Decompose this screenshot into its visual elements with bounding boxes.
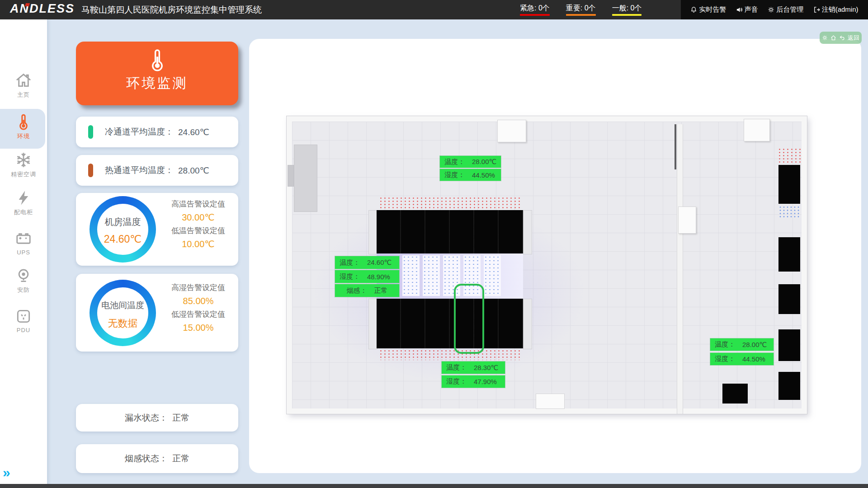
alarm-critical[interactable]: 紧急: 0个 (520, 4, 550, 16)
home-icon (15, 72, 32, 89)
bell-icon (690, 6, 697, 13)
battery-room-gauge-ring: 电池间温度 无数据 (90, 280, 156, 346)
lightning-icon (15, 189, 32, 206)
rack-front-panel (484, 255, 501, 296)
screen: ANDLESS 马鞍山第四人民医院机房环境监控集中管理系统 紧急: 0个 重要:… (0, 0, 868, 488)
rack-row-top (377, 210, 523, 253)
environment-monitor-card: 环境监测 (76, 42, 238, 105)
smoke-status-value: 正常 (172, 453, 189, 465)
camera-icon (15, 267, 32, 284)
rack-endcap (368, 299, 377, 349)
hot-air-particles-top (379, 197, 522, 209)
wall-fixture (288, 165, 294, 187)
battery-icon (15, 230, 32, 247)
wall-rack (778, 165, 800, 204)
rack-row-bottom (377, 299, 523, 348)
sidebar-item-pdu[interactable]: PDU (0, 308, 47, 333)
speaker-icon (736, 6, 743, 13)
socket-icon (15, 308, 32, 325)
battery-room-limits: 高湿告警设定值 85.00% 低湿告警设定值 15.00% (163, 281, 234, 334)
room-temperature-gauge-value: 24.60℃ (90, 233, 156, 245)
sensor-label-top: 温度：28.00℃ 湿度：44.50% (440, 156, 501, 182)
ceiling-unit-1 (497, 120, 526, 142)
sound-button[interactable]: 声音 (736, 5, 758, 14)
wall-rack (778, 284, 800, 314)
room-temperature-gauge-card: 机房温度 24.60℃ 高温告警设定值 30.00℃ 低温告警设定值 10.00… (76, 193, 238, 266)
smoke-status-card: 烟感状态： 正常 (76, 444, 238, 473)
rack-endcap (368, 210, 377, 254)
floor-cabinet (722, 384, 748, 404)
water-leak-status-card: 漏水状态： 正常 (76, 404, 238, 432)
alarm-minor[interactable]: 一般: 0个 (612, 4, 642, 16)
gear-icon (768, 6, 774, 13)
alarm-major-underline (566, 14, 596, 16)
cold-aisle-label: 冷通道平均温度： (105, 126, 174, 138)
battery-room-gauge-card: 电池间温度 无数据 高湿告警设定值 85.00% 低湿告警设定值 15.00% (76, 274, 238, 352)
brand-logo: ANDLESS (10, 2, 75, 16)
alarm-major[interactable]: 重要: 0个 (566, 4, 596, 16)
partition-pole (675, 124, 676, 169)
environment-monitor-title: 环境监测 (76, 74, 238, 93)
high-humidity-limit-value: 85.00% (163, 294, 234, 308)
low-humidity-limit-label: 低湿告警设定值 (163, 308, 234, 321)
top-bar: ANDLESS 马鞍山第四人民医院机房环境监控集中管理系统 紧急: 0个 重要:… (0, 0, 868, 19)
alarm-critical-count: 0个 (538, 4, 550, 12)
high-humidity-limit-label: 高湿告警设定值 (163, 281, 234, 294)
rack-endcap (523, 210, 532, 254)
battery-room-gauge-value: 无数据 (90, 317, 156, 330)
sidebar-item-environment[interactable]: 环境 (0, 113, 47, 141)
wall-rack (778, 237, 800, 272)
alarm-critical-label: 紧急: (520, 4, 536, 12)
brand-logo-text: ANDLESS (10, 2, 75, 15)
map-back-arrow-icon[interactable] (839, 35, 845, 41)
map-home-icon[interactable] (830, 35, 836, 41)
sensor-label-left: 温度：24.60℃ 湿度：48.90% 烟感：正常 (335, 256, 399, 298)
wall-rack (778, 329, 800, 361)
bottom-scroll-strip[interactable] (0, 484, 868, 488)
sidebar-item-security[interactable]: 安防 (0, 267, 47, 294)
ceiling-unit-2 (744, 119, 770, 141)
map-back-button[interactable]: 返回 (848, 34, 859, 42)
alarm-critical-underline (520, 14, 550, 16)
water-leak-value: 正常 (172, 412, 189, 424)
page-title: 马鞍山第四人民医院机房环境监控集中管理系统 (81, 0, 262, 19)
cold-aisle-value: 24.60℃ (178, 127, 209, 137)
wall-cabinet (678, 206, 696, 234)
map-settings-gear-icon[interactable] (822, 35, 828, 41)
room-temperature-limits: 高温告警设定值 30.00℃ 低温告警设定值 10.00℃ (163, 197, 234, 251)
rack-front-panel (423, 255, 440, 296)
hot-aisle-value: 28.00℃ (178, 165, 209, 176)
sensor-label-right: 温度：28.00℃ 湿度：44.50% (710, 338, 774, 366)
alarm-minor-label: 一般: (612, 4, 628, 12)
alarm-summary: 紧急: 0个 重要: 0个 一般: 0个 (520, 0, 642, 19)
admin-button[interactable]: 后台管理 (768, 5, 803, 14)
snowflake-icon (15, 151, 32, 169)
smoke-status-label: 烟感状态： (125, 453, 168, 465)
cold-air-particles-right (778, 206, 800, 217)
sensor-label-bottom: 温度：28.30℃ 湿度：47.90% (442, 361, 505, 389)
sidebar: 主页 环境 精密空调 配电柜 UPS 安防 PDU » (0, 19, 47, 488)
battery-room-gauge-name: 电池间温度 (90, 300, 156, 311)
alarm-major-count: 0个 (585, 4, 596, 12)
low-temp-limit-label: 低温告警设定值 (163, 224, 234, 237)
water-leak-label: 漏水状态： (125, 412, 168, 424)
sidebar-item-hvac[interactable]: 精密空调 (0, 151, 47, 178)
sidebar-item-power-cabinet[interactable]: 配电柜 (0, 189, 47, 216)
hot-aisle-card: 热通道平均温度： 28.00℃ (76, 155, 238, 186)
header-menu: 实时告警 声音 后台管理 注销(admin) (681, 0, 868, 19)
sidebar-item-ups[interactable]: UPS (0, 230, 47, 256)
sidebar-expand-button[interactable]: » (3, 466, 10, 479)
hot-aisle-label: 热通道平均温度： (105, 164, 174, 176)
alarm-minor-count: 0个 (631, 4, 642, 12)
partition-wall (677, 124, 683, 414)
logout-icon (813, 6, 820, 13)
selected-rack-highlight[interactable] (454, 284, 484, 354)
wall-alcove (294, 145, 317, 212)
room-temperature-gauge-name: 机房温度 (90, 216, 156, 228)
rack-endcap (523, 299, 532, 349)
realtime-alarm-button[interactable]: 实时告警 (690, 5, 726, 14)
logout-button[interactable]: 注销(admin) (813, 5, 859, 14)
map-toolbar: 返回 (820, 32, 862, 44)
alarm-major-label: 重要: (566, 4, 582, 12)
sidebar-item-home[interactable]: 主页 (0, 72, 47, 99)
